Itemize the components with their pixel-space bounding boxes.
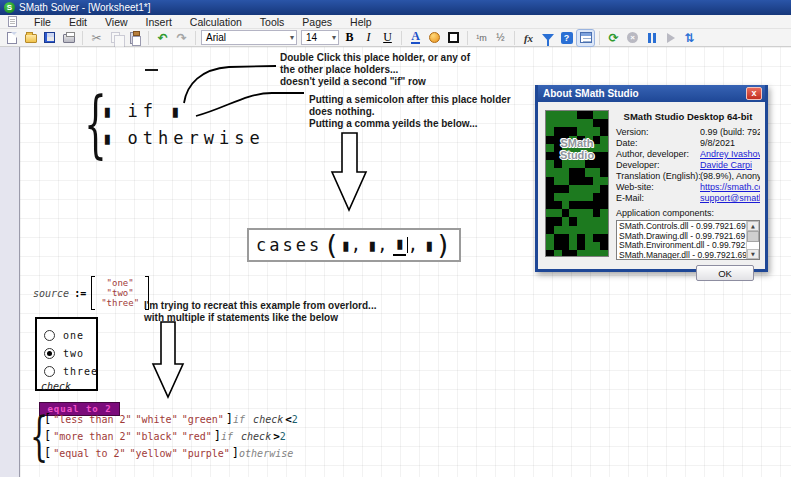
side-panel-button[interactable] (577, 30, 594, 46)
radio-icon[interactable] (44, 366, 55, 377)
components-listbox[interactable]: SMath.Controls.dll - 0.99.7921.69 SMath.… (616, 220, 760, 260)
insert-function-button[interactable]: fx (520, 30, 537, 46)
radio-icon-selected[interactable] (44, 348, 55, 359)
multi-if-expression[interactable]: { ["less than 2""white""green"] ifcheck<… (30, 412, 301, 460)
menu-view[interactable]: View (96, 15, 137, 29)
toolbar: ✂ ↶ ↷ Arial ▾ 14 ▾ B I U A ¹m ½ fx ? ⟳ ×… (0, 29, 791, 47)
font-name-combo[interactable]: Arial ▾ (201, 30, 297, 45)
close-icon: x (751, 89, 756, 98)
about-dialog: About SMath Studio x SMath Studio SMath … (535, 85, 768, 272)
scrollbar-thumb[interactable] (747, 231, 759, 242)
email-link[interactable]: support@smath.com (700, 193, 760, 204)
radio-option-one[interactable]: one (44, 326, 96, 344)
dialog-titlebar[interactable]: About SMath Studio x (538, 85, 765, 102)
cases-expression[interactable]: cases(▮,▮,▮,▮) (247, 228, 461, 262)
scrollbar[interactable]: ▲ ▼ (746, 221, 759, 259)
worksheet-canvas[interactable]: { ▮ if▮ ▮ otherwise Double Click this pl… (20, 47, 791, 477)
matrix-value: "one" (101, 278, 139, 288)
translation-value: (98.9%), Anonymous (11.7%) (700, 171, 760, 182)
case-row-3[interactable]: ["equal to 2""yellow""purple"] otherwise (44, 446, 301, 460)
open-folder-icon (25, 34, 37, 43)
collapsed-side-panel[interactable] (0, 47, 20, 477)
component-item[interactable]: SMath.Manager.dll - 0.99.7921.69 (619, 251, 746, 260)
save-icon (44, 32, 55, 43)
down-arrow-1 (332, 133, 366, 210)
help-button[interactable]: ? (558, 30, 575, 46)
website-link[interactable]: https://smath.com/ (700, 182, 760, 193)
version-value: 0.99 (build: 7921) (700, 127, 760, 138)
note-line: with multiple if statements like the bel… (144, 312, 376, 324)
filter-button[interactable] (539, 30, 556, 46)
developer-link[interactable]: Davide Carpi (700, 160, 752, 171)
if-keyword: if (233, 414, 245, 425)
expand-button[interactable]: ⇅ (681, 30, 698, 46)
window-titlebar[interactable]: S SMath Solver - [Worksheet1*] (0, 0, 791, 15)
scroll-up-icon[interactable]: ▲ (747, 221, 759, 231)
placeholder[interactable]: ▮ (340, 235, 350, 255)
window-title: SMath Solver - [Worksheet1*] (19, 2, 151, 13)
menu-tools[interactable]: Tools (251, 15, 294, 29)
case-row-1[interactable]: ["less than 2""white""green"] ifcheck<2 (44, 412, 301, 426)
placeholder[interactable]: ▮ (170, 101, 180, 121)
menu-edit[interactable]: Edit (60, 15, 96, 29)
scroll-down-icon[interactable]: ▼ (747, 249, 759, 259)
if-row[interactable]: ▮ if▮ (102, 101, 265, 121)
menu-insert[interactable]: Insert (137, 15, 181, 29)
toolbar-separator (195, 31, 196, 45)
cut-button[interactable]: ✂ (88, 30, 105, 46)
undo-button[interactable]: ↶ (154, 30, 171, 46)
matrix-value: "two" (101, 288, 139, 298)
function-icon: fx (524, 32, 533, 44)
font-size-combo[interactable]: 14 ▾ (301, 30, 339, 45)
pause-button[interactable] (643, 30, 660, 46)
menu-file[interactable]: File (25, 15, 60, 29)
border-button[interactable] (445, 30, 462, 46)
string-value: "more than 2" (53, 431, 131, 442)
radio-option-two[interactable]: two (44, 344, 96, 362)
annotation-note-1: Double Click this place holder, or any o… (280, 52, 470, 88)
placeholder-active[interactable]: ▮ (393, 233, 405, 256)
down-arrow-2 (153, 322, 183, 397)
units-button[interactable]: ¹m (473, 30, 490, 46)
copy-button[interactable] (107, 30, 124, 46)
save-button[interactable] (41, 30, 58, 46)
case-row-2[interactable]: ["more than 2""black""red"] ifcheck>2 (44, 429, 301, 443)
matrix: "one" "two" "three" (91, 276, 149, 310)
menu-calculation[interactable]: Calculation (181, 15, 251, 29)
up-down-arrows-icon: ⇅ (684, 32, 694, 44)
placeholder[interactable]: ▮ (424, 235, 434, 255)
otherwise-row[interactable]: ▮ otherwise (102, 128, 265, 148)
ok-button[interactable]: OK (696, 265, 754, 281)
menu-help[interactable]: Help (341, 15, 381, 29)
redo-button[interactable]: ↷ (173, 30, 190, 46)
italic-button[interactable]: I (360, 30, 377, 46)
recalculate-button[interactable]: ⟳ (605, 30, 622, 46)
open-button[interactable] (22, 30, 39, 46)
font-color-button[interactable]: A (407, 30, 424, 46)
play-button[interactable] (662, 30, 679, 46)
radio-option-three[interactable]: three (44, 362, 96, 380)
stop-button[interactable]: × (624, 30, 641, 46)
source-definition[interactable]: source := "one" "two" "three" (33, 276, 149, 310)
string-value: "equal to 2" (53, 448, 125, 459)
bold-button[interactable]: B (341, 30, 358, 46)
if-keyword: if (221, 431, 233, 442)
fraction-button[interactable]: ½ (492, 30, 509, 46)
print-button[interactable] (60, 30, 77, 46)
cases-function-name: cases (256, 235, 322, 255)
radio-icon[interactable] (44, 330, 55, 341)
new-button[interactable] (3, 30, 20, 46)
scrollbar-track[interactable] (747, 242, 759, 249)
chevron-down-icon: ▾ (290, 33, 294, 42)
redo-icon: ↷ (176, 32, 186, 44)
placeholder[interactable]: ▮ (367, 235, 377, 255)
menu-pages[interactable]: Pages (293, 15, 341, 29)
if-otherwise-expression[interactable]: { ▮ if▮ ▮ otherwise (84, 89, 265, 159)
background-color-button[interactable] (426, 30, 443, 46)
paste-button[interactable] (126, 30, 143, 46)
author-link[interactable]: Andrey Ivashov (700, 149, 760, 160)
note-line: the other place holders... (280, 64, 470, 76)
underline-button[interactable]: U (379, 30, 396, 46)
logo-text: SMath Studio (546, 137, 608, 161)
close-button[interactable]: x (746, 87, 762, 100)
